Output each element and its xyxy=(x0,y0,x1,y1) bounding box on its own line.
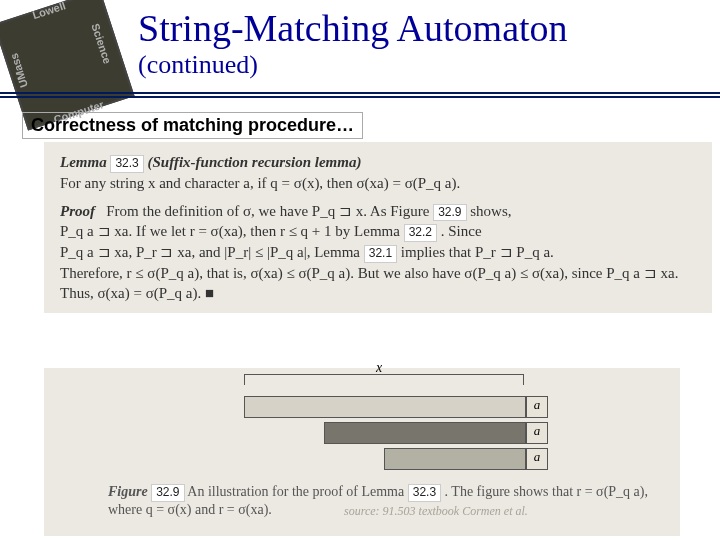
lemma-ref-note: 32.1 xyxy=(364,245,397,263)
figure-number-note: 32.9 xyxy=(151,484,184,502)
figure-bar xyxy=(244,396,526,418)
caption-text: An illustration for the proof of Lemma xyxy=(187,484,404,499)
rule xyxy=(0,92,720,94)
page-title: String-Matching Automaton xyxy=(138,6,568,50)
umass-logo: Lowell Science Computer UMass xyxy=(0,0,135,131)
proof-text: shows, xyxy=(470,203,511,219)
proof-label: Proof xyxy=(60,203,103,219)
lemma-ref-note: 32.2 xyxy=(404,224,437,242)
proof-text: Therefore, r ≤ σ(P_q a), that is, σ(xa) … xyxy=(60,263,696,304)
rule xyxy=(0,96,720,98)
page-subtitle: (continued) xyxy=(138,50,258,80)
figure-ref-note: 32.9 xyxy=(433,204,466,222)
figure-a-cell: a xyxy=(526,422,548,444)
lemma-block: Lemma 32.3 (Suffix-function recursion le… xyxy=(44,142,712,313)
section-heading: Correctness of matching procedure… xyxy=(22,112,363,139)
proof-text: From the definition of σ, we have P_q ⊐ … xyxy=(106,203,429,219)
brace-icon xyxy=(244,374,524,385)
lemma-label: Lemma xyxy=(60,154,110,170)
proof-text: . Since xyxy=(441,223,482,239)
proof-text: implies that P_r ⊐ P_q a. xyxy=(401,244,554,260)
source-line: source: 91.503 textbook Cormen et al. xyxy=(344,504,528,519)
proof-text: P_q a ⊐ xa, P_r ⊐ xa, and |P_r| ≤ |P_q a… xyxy=(60,244,360,260)
figure-a-cell: a xyxy=(526,396,548,418)
proof-text: P_q a ⊐ xa. If we let r = σ(xa), then r … xyxy=(60,223,400,239)
lemma-number-note: 32.3 xyxy=(110,155,143,173)
figure-a-cell: a xyxy=(526,448,548,470)
lemma-ref-note: 32.3 xyxy=(408,484,441,502)
figure-bar xyxy=(324,422,526,444)
figure-bar xyxy=(384,448,526,470)
lemma-name: (Suffix-function recursion lemma) xyxy=(148,154,362,170)
figure-block: x a a a Figure 32.9 An illustration for … xyxy=(44,368,680,536)
lemma-statement: For any string x and character a, if q =… xyxy=(60,173,696,193)
